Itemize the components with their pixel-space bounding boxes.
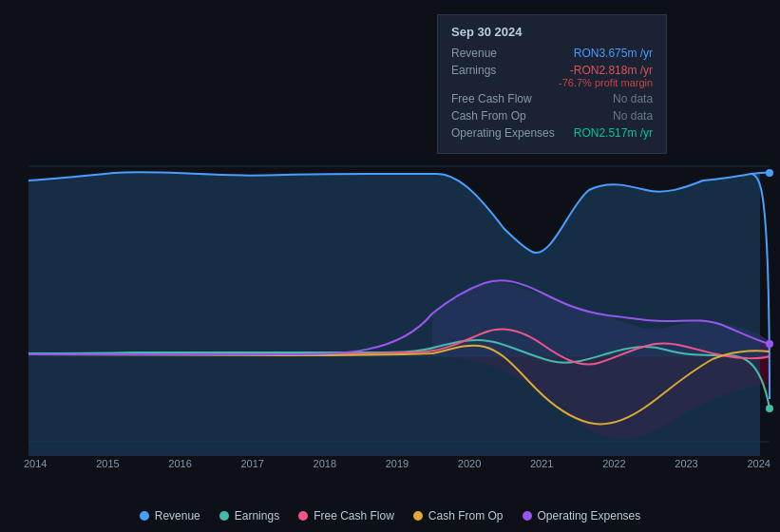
tooltip-label-opex: Operating Expenses <box>451 126 555 140</box>
legend-item-cashfromop[interactable]: Cash From Op <box>413 509 504 522</box>
tooltip-value-cashfromop: No data <box>613 109 653 123</box>
tooltip-earnings-block: -RON2.818m /yr -76.7% profit margin <box>559 64 653 88</box>
tooltip-value-revenue: RON3.675m /yr <box>574 47 653 60</box>
tooltip-date: Sep 30 2024 <box>451 25 653 39</box>
x-label-2017: 2017 <box>240 458 263 469</box>
legend-dot-earnings <box>219 511 229 521</box>
tooltip-value-opex: RON2.517m /yr <box>574 126 653 140</box>
legend-dot-opex <box>523 511 532 521</box>
svg-point-6 <box>766 340 773 348</box>
tooltip-label-cashfromop: Cash From Op <box>451 109 526 123</box>
legend-item-revenue[interactable]: Revenue <box>140 509 200 522</box>
x-label-2019: 2019 <box>386 458 409 469</box>
legend-dot-cashfromop <box>413 511 423 521</box>
x-axis: 2014 2015 2016 2017 2018 2019 2020 2021 … <box>24 458 770 469</box>
x-label-2018: 2018 <box>314 458 336 469</box>
x-label-2022: 2022 <box>602 458 625 469</box>
x-label-2023: 2023 <box>675 458 697 469</box>
legend-label-fcf: Free Cash Flow <box>314 509 394 522</box>
x-label-2014: 2014 <box>24 458 47 469</box>
tooltip-row-revenue: Revenue RON3.675m /yr <box>451 47 653 60</box>
x-label-2021: 2021 <box>530 458 553 469</box>
data-tooltip: Sep 30 2024 Revenue RON3.675m /yr Earnin… <box>437 14 667 154</box>
legend-label-cashfromop: Cash From Op <box>428 509 504 522</box>
tooltip-value-fcf: No data <box>613 92 653 105</box>
x-label-2020: 2020 <box>458 458 481 469</box>
legend-label-earnings: Earnings <box>235 509 279 522</box>
tooltip-label-revenue: Revenue <box>451 47 497 60</box>
legend-label-revenue: Revenue <box>155 509 200 522</box>
tooltip-row-opex: Operating Expenses RON2.517m /yr <box>451 126 653 140</box>
tooltip-value-earnings: -RON2.818m /yr <box>559 64 653 77</box>
x-label-2015: 2015 <box>96 458 119 469</box>
x-label-2024: 2024 <box>747 458 770 469</box>
legend-dot-fcf <box>298 511 308 521</box>
legend-item-opex[interactable]: Operating Expenses <box>523 509 641 522</box>
x-label-2016: 2016 <box>168 458 191 469</box>
legend-item-fcf[interactable]: Free Cash Flow <box>298 509 394 522</box>
legend-label-opex: Operating Expenses <box>538 509 641 522</box>
legend: Revenue Earnings Free Cash Flow Cash Fro… <box>0 509 780 522</box>
tooltip-label-fcf: Free Cash Flow <box>451 92 532 105</box>
svg-point-4 <box>766 169 773 177</box>
legend-dot-revenue <box>140 511 149 521</box>
tooltip-profit-margin: -76.7% profit margin <box>559 77 653 88</box>
tooltip-row-fcf: Free Cash Flow No data <box>451 92 653 105</box>
tooltip-row-cashfromop: Cash From Op No data <box>451 109 653 123</box>
tooltip-row-earnings: Earnings -RON2.818m /yr -76.7% profit ma… <box>451 64 653 88</box>
legend-item-earnings[interactable]: Earnings <box>219 509 279 522</box>
svg-point-5 <box>766 405 773 412</box>
tooltip-label-earnings: Earnings <box>451 64 496 77</box>
